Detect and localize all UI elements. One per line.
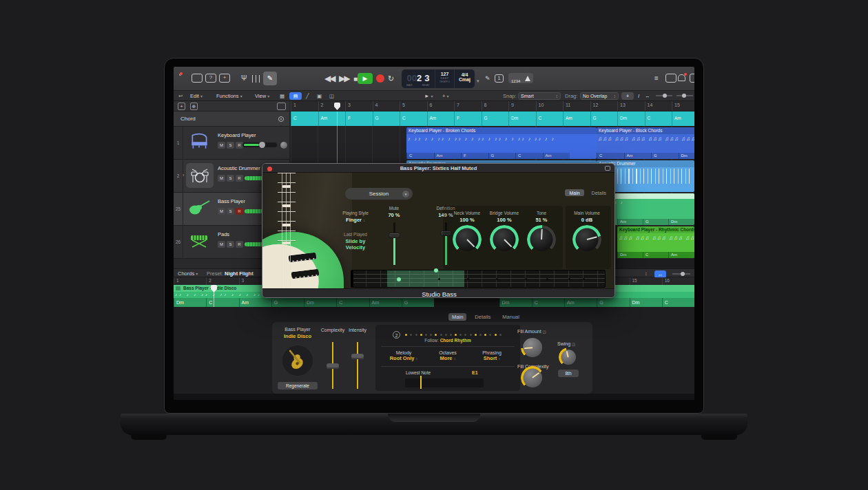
swing-knob[interactable] [561,350,576,365]
pattern-dot[interactable] [410,334,412,336]
editor-chord-segment[interactable]: C [336,298,369,307]
editor-chord-segment[interactable] [434,298,466,307]
playing-style-value[interactable]: Finger ↕ [333,217,378,223]
pattern-dot[interactable] [475,334,477,336]
loop-icon[interactable]: ▣ [317,93,322,99]
chord-track-power-icon[interactable] [278,116,284,122]
chord-segment[interactable]: F [345,111,373,126]
lowest-note-tick[interactable] [420,376,422,389]
editor-chord-segment[interactable]: G [271,298,304,307]
chord-segment[interactable]: G [590,111,618,126]
intensity-handle[interactable] [351,354,364,359]
drag-dropdown[interactable]: No Overlap↕ [580,92,619,100]
mute-slider[interactable]: Mute 70 % [373,206,415,218]
help-icon[interactable]: ? [205,74,216,83]
grid-view-icon[interactable]: ▦ [280,93,285,99]
editor-chord-segment[interactable]: C [662,298,694,307]
chord-segment[interactable]: C [536,111,564,126]
media-browser-icon[interactable] [690,74,694,83]
pattern-dot[interactable] [479,334,482,336]
editor-zoom-slider[interactable] [672,273,690,275]
pattern-dot[interactable] [445,334,447,336]
editor-tab[interactable]: Details [471,313,494,321]
pattern-dot[interactable] [464,334,466,336]
pan-knob[interactable] [280,142,287,149]
pencil-tool-selected[interactable]: ✎ [263,72,277,85]
editor-chord-segment[interactable]: Dm [630,298,662,307]
pattern-dot[interactable] [470,334,472,336]
editor-chord-segment[interactable]: Am [239,298,271,307]
flex-icon[interactable]: ◫ [329,93,334,99]
chord-segment[interactable]: C [645,111,672,126]
tuner-icon[interactable]: Ψ [241,72,247,85]
solo-button[interactable]: S [227,175,234,182]
pattern-dot[interactable] [450,334,452,336]
record-enable-button[interactable]: R [236,241,243,248]
fill-amount-knob[interactable] [523,338,542,357]
record-button[interactable] [376,74,384,83]
mute-button[interactable]: M [218,208,225,215]
editor-tab[interactable]: Manual [499,313,523,321]
pattern-dot[interactable] [430,334,432,336]
plugin-titlebar[interactable]: Bass Player: Sixties Half Muted [262,164,614,173]
undo-icon[interactable]: ↩ [178,93,183,99]
eighth-note-button[interactable]: 8th [558,370,579,377]
pattern-dot[interactable] [455,334,457,336]
edit-menu[interactable]: Edit ▾ [190,93,203,100]
complexity-handle[interactable] [327,363,339,369]
editor-chord-segment[interactable]: Am [369,298,402,307]
pattern-dot[interactable] [484,334,486,336]
session-selector[interactable]: Session▾ [345,188,413,200]
chord-segment[interactable]: G [373,111,400,126]
pattern-dot[interactable] [420,334,422,336]
region-block-chords[interactable]: Keyboard Player - Block Chords CAmGDmC [597,127,694,159]
fretboard-strip[interactable] [351,270,606,288]
region-rhythmic-chords[interactable]: Keyboard Player - Rhythmic Chords Dm C A… [617,226,694,258]
crosshair-icon[interactable]: + [621,92,634,100]
editor-chord-segment[interactable]: G [402,298,434,307]
region-broken-chords[interactable]: Keyboard Player - Broken Chords CAmFGCAm [406,127,597,159]
track-header-keyboard-player[interactable]: 1 Keyboard Player MSR [174,127,289,160]
zoom-slider-h[interactable] [676,95,693,96]
solo-button[interactable]: S [227,241,234,248]
snap-dropdown[interactable]: Smart↕ [518,92,561,100]
list-editors-icon[interactable]: ≡ [654,72,659,85]
complexity-slider[interactable]: Complexity [326,328,340,391]
player-style-value[interactable]: Indie Disco [275,333,320,339]
lcd-chevron-icon[interactable]: ▾ [477,75,479,87]
editor-chord-segment[interactable]: Am [564,298,597,307]
intensity-slider[interactable]: Intensity [351,328,364,391]
pointer-tool[interactable]: ► ▾ [424,93,433,100]
display-icon[interactable] [192,74,203,83]
octaves-control[interactable]: OctavesMore ↕ [428,350,468,361]
bass-player-plugin-window[interactable]: Bass Player: Sixties Half Muted Session▾… [262,163,615,298]
chord-segment[interactable]: Dm [508,111,536,126]
lcd-display[interactable]: 0023 BARBEAT 127 KEEP TEMPO 4/4 Cmaj [402,70,475,88]
add-track-button[interactable]: + [178,103,185,110]
editor-chord-row[interactable]: DmCAmGDmCAmGDmCAmGDmC [174,298,694,307]
chord-segment[interactable]: F [454,111,482,126]
disclosure-icon[interactable]: › [183,173,184,178]
editor-stepper-icon[interactable]: ↕ [645,270,648,277]
pattern-dot[interactable] [405,334,407,336]
pattern-dot[interactable] [415,334,417,336]
pattern-dot[interactable] [489,334,491,336]
preset-value[interactable]: Night Flight [225,270,254,277]
add-icon[interactable]: + [219,74,230,83]
cycle-icon[interactable]: ↻ [388,72,394,85]
editor-chord-segment[interactable]: Dm [174,298,206,307]
plugin-tab[interactable]: Main [565,189,583,196]
h-zoom-icon[interactable]: ↔ [645,93,650,99]
bass-player-icon[interactable] [282,345,313,379]
secondary-tool[interactable]: + ▾ [442,93,448,100]
editor-chord-segment[interactable]: Dm [499,298,532,307]
mixer-icon[interactable] [252,75,260,83]
chord-segment[interactable]: Dm [617,111,645,126]
bar-ruler[interactable]: 123456789101112131415 [289,101,694,111]
metronome-group[interactable]: 1234 [508,73,533,83]
volume-slider[interactable] [242,142,277,147]
pattern-dot[interactable] [440,334,442,336]
chord-segment[interactable]: G [482,111,509,126]
pianoroll-view-icon[interactable]: ▤ [289,92,302,100]
fill-complexity-knob[interactable] [523,368,542,387]
